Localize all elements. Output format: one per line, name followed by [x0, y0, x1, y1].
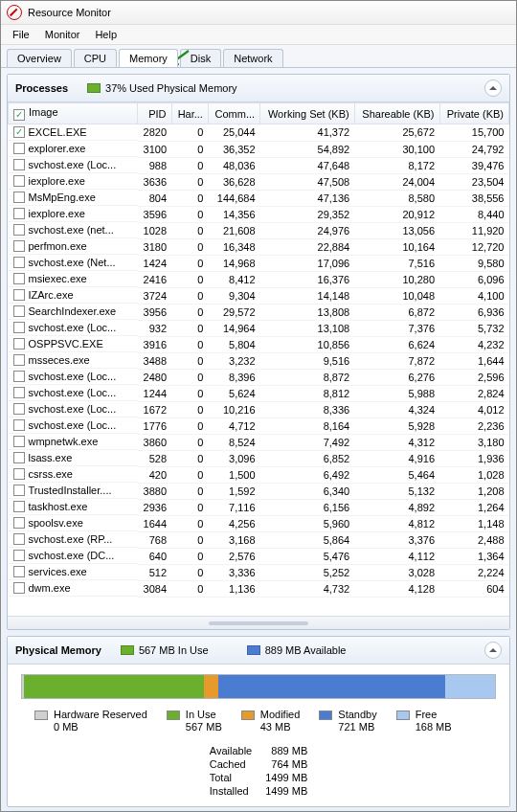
cell-hard: 0: [171, 499, 208, 515]
menu-monitor[interactable]: Monitor: [37, 27, 88, 42]
col-commit[interactable]: Comm...: [208, 103, 259, 124]
row-checkbox[interactable]: [13, 192, 25, 203]
cell-shareable: 30,100: [354, 141, 439, 157]
table-row[interactable]: lsass.exe52803,0966,8524,9161,936: [9, 450, 509, 466]
col-shareable[interactable]: Shareable (KB): [354, 103, 439, 124]
row-checkbox[interactable]: [13, 403, 25, 415]
cell-commit: 2,576: [208, 548, 259, 564]
row-checkbox[interactable]: [13, 517, 25, 529]
row-checkbox[interactable]: [13, 452, 25, 463]
table-row[interactable]: EXCEL.EXE2820025,04441,37225,67215,700: [9, 124, 509, 142]
cell-working: 13,108: [260, 320, 355, 336]
table-row[interactable]: spoolsv.exe164404,2565,9604,8121,148: [9, 515, 509, 531]
table-row[interactable]: msseces.exe348803,2329,5167,8721,644: [9, 352, 509, 369]
cell-private: 6,936: [439, 304, 508, 320]
row-checkbox[interactable]: [13, 257, 25, 268]
collapse-physical-button[interactable]: [484, 642, 502, 659]
cell-pid: 932: [138, 320, 172, 336]
row-checkbox[interactable]: [13, 322, 25, 333]
table-row[interactable]: taskhost.exe293607,1166,1564,8921,264: [9, 499, 509, 515]
table-row[interactable]: perfmon.exe3180016,34822,88410,16412,720: [9, 238, 509, 255]
table-row[interactable]: svchost.exe (Loc...124405,6248,8125,9882…: [9, 385, 509, 401]
cell-shareable: 3,028: [354, 564, 439, 580]
table-row[interactable]: TrustedInstaller....388001,5926,3405,132…: [9, 483, 509, 499]
table-row[interactable]: svchost.exe (Loc...177604,7128,1645,9282…: [9, 417, 509, 434]
table-row[interactable]: csrss.exe42001,5006,4925,4641,028: [9, 466, 509, 483]
row-checkbox[interactable]: [13, 485, 25, 496]
cell-private: 6,096: [439, 271, 508, 287]
process-name: svchost.exe (net...: [29, 224, 114, 236]
menu-file[interactable]: File: [5, 27, 37, 42]
tab-memory[interactable]: Memory: [119, 49, 178, 67]
row-checkbox[interactable]: [13, 371, 25, 382]
row-checkbox[interactable]: [13, 240, 25, 252]
row-checkbox[interactable]: [13, 224, 25, 236]
col-working[interactable]: Working Set (KB): [260, 103, 355, 124]
table-row[interactable]: iexplore.exe3636036,62847,50824,00423,50…: [9, 173, 509, 190]
table-row[interactable]: svchost.exe (Net...1424014,96817,0967,51…: [9, 255, 509, 271]
processes-header[interactable]: Processes 37% Used Physical Memory: [8, 75, 509, 102]
row-checkbox[interactable]: [13, 550, 25, 561]
row-checkbox[interactable]: [13, 419, 25, 431]
table-row[interactable]: dwm.exe308401,1364,7324,128604: [9, 580, 509, 597]
cell-shareable: 7,872: [354, 352, 439, 369]
row-checkbox[interactable]: [13, 273, 25, 284]
table-row[interactable]: svchost.exe (Loc...248008,3968,8726,2762…: [9, 369, 509, 385]
cell-pid: 1672: [138, 401, 172, 417]
table-row[interactable]: OSPPSVC.EXE391605,80410,8566,6244,232: [9, 336, 509, 352]
row-checkbox[interactable]: [13, 159, 25, 170]
table-row[interactable]: explorer.exe3100036,35254,89230,10024,79…: [9, 141, 509, 157]
row-checkbox[interactable]: [13, 533, 25, 545]
cell-shareable: 20,912: [354, 206, 439, 222]
cell-shareable: 4,812: [354, 515, 439, 531]
col-private[interactable]: Private (KB): [439, 103, 508, 124]
row-checkbox[interactable]: [13, 468, 25, 480]
row-checkbox[interactable]: [13, 566, 25, 577]
row-checkbox[interactable]: [13, 338, 25, 350]
col-image[interactable]: Image: [9, 103, 138, 124]
table-row[interactable]: MsMpEng.exe8040144,68447,1368,58038,556: [9, 190, 509, 206]
row-checkbox[interactable]: [13, 582, 25, 594]
table-row[interactable]: svchost.exe (Loc...932014,96413,1087,376…: [9, 320, 509, 336]
row-checkbox[interactable]: [13, 143, 25, 154]
cell-hard: 0: [171, 580, 208, 597]
cell-hard: 0: [171, 385, 208, 401]
menu-help[interactable]: Help: [87, 27, 124, 42]
table-row[interactable]: msiexec.exe241608,41216,37610,2806,096: [9, 271, 509, 287]
table-row[interactable]: svchost.exe (RP...76803,1685,8643,3762,4…: [9, 531, 509, 548]
row-checkbox[interactable]: [13, 208, 25, 219]
row-checkbox[interactable]: [13, 126, 25, 138]
table-row[interactable]: iexplore.exe3596014,35629,35220,9128,440: [9, 206, 509, 222]
row-checkbox[interactable]: [13, 305, 25, 317]
table-row[interactable]: svchost.exe (Loc...988048,03647,6488,172…: [9, 157, 509, 173]
tab-network[interactable]: Network: [223, 49, 282, 67]
row-checkbox[interactable]: [13, 354, 25, 366]
table-row[interactable]: services.exe51203,3365,2523,0282,224: [9, 564, 509, 580]
row-checkbox[interactable]: [13, 289, 25, 301]
tab-cpu[interactable]: CPU: [74, 49, 117, 67]
physical-memory-header[interactable]: Physical Memory 567 MB In Use 889 MB Ava…: [8, 637, 509, 665]
cell-commit: 8,524: [208, 434, 259, 450]
row-checkbox[interactable]: [13, 387, 25, 398]
table-row[interactable]: svchost.exe (net...1028021,60824,97613,0…: [9, 222, 509, 238]
table-row[interactable]: IZArc.exe372409,30414,14810,0484,100: [9, 287, 509, 304]
table-row[interactable]: svchost.exe (Loc...1672010,2168,3364,324…: [9, 401, 509, 417]
table-row[interactable]: wmpnetwk.exe386008,5247,4924,3123,180: [9, 434, 509, 450]
col-hard[interactable]: Har...: [171, 103, 208, 124]
table-row[interactable]: svchost.exe (DC...64002,5765,4764,1121,3…: [9, 548, 509, 564]
table-row[interactable]: SearchIndexer.exe3956029,57213,8086,8726…: [9, 304, 509, 320]
cell-commit: 36,352: [208, 141, 259, 157]
horizontal-scrollbar[interactable]: [8, 616, 509, 629]
tab-disk[interactable]: Disk: [180, 49, 221, 67]
process-name: svchost.exe (Loc...: [29, 403, 117, 415]
collapse-processes-button[interactable]: [484, 79, 502, 97]
cell-shareable: 25,672: [354, 124, 439, 142]
processes-table-wrap[interactable]: Image PID Har... Comm... Working Set (KB…: [8, 102, 509, 616]
cell-commit: 10,216: [208, 401, 259, 417]
tab-overview[interactable]: Overview: [7, 49, 72, 67]
header-checkbox[interactable]: [13, 109, 25, 121]
col-pid[interactable]: PID: [138, 103, 172, 124]
row-checkbox[interactable]: [13, 175, 25, 187]
row-checkbox[interactable]: [13, 436, 25, 447]
row-checkbox[interactable]: [13, 501, 25, 512]
